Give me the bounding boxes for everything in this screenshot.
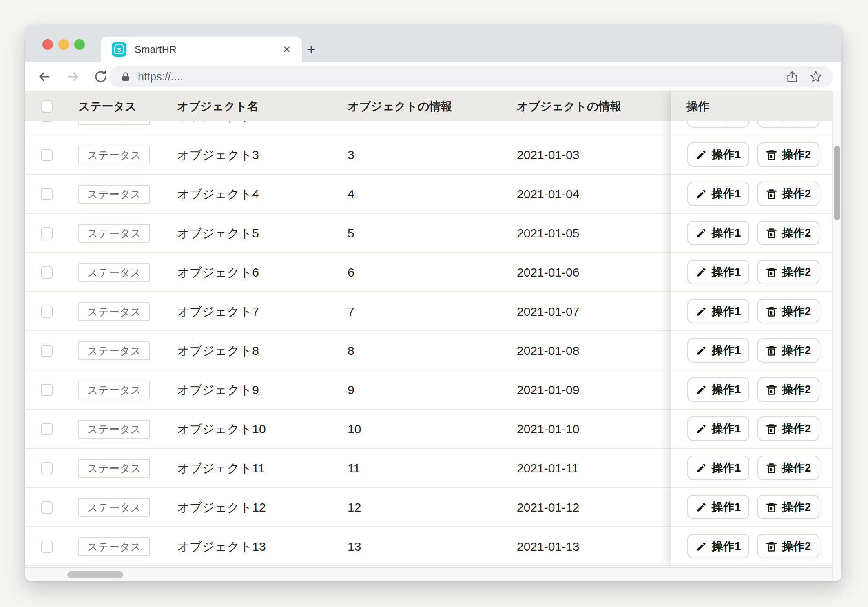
traffic-light-minimize-button[interactable] bbox=[58, 39, 69, 50]
tab-close-icon[interactable]: ✕ bbox=[282, 44, 291, 55]
pencil-icon bbox=[696, 423, 707, 434]
trash-icon bbox=[766, 541, 777, 552]
pencil-icon bbox=[696, 463, 707, 474]
operation-2-button[interactable]: 操作2 bbox=[757, 456, 819, 480]
operation-2-button[interactable]: 操作2 bbox=[757, 182, 819, 206]
cell-object-info-1: 6 bbox=[348, 253, 354, 292]
traffic-light-zoom-button[interactable] bbox=[74, 39, 85, 50]
operation-1-button[interactable]: 操作1 bbox=[687, 495, 749, 519]
new-tab-button[interactable]: + bbox=[307, 42, 316, 57]
operation-2-button[interactable]: 操作2 bbox=[757, 377, 819, 402]
status-chip: ステータス bbox=[78, 121, 150, 125]
row-checkbox[interactable] bbox=[41, 345, 53, 357]
status-chip: ステータス bbox=[78, 381, 150, 399]
cell-object-name: オブジェクト3 bbox=[177, 135, 259, 175]
row-checkbox[interactable] bbox=[41, 149, 53, 161]
trash-icon bbox=[766, 228, 777, 239]
operation-1-button[interactable]: 操作1 bbox=[687, 416, 749, 441]
operation-2-button[interactable]: 操作2 bbox=[757, 416, 819, 441]
pencil-icon bbox=[696, 267, 707, 278]
operation-1-button[interactable]: 操作1 bbox=[687, 377, 749, 402]
horizontal-scrollbar-thumb[interactable] bbox=[67, 571, 123, 578]
cell-object-name: オブジェクト6 bbox=[177, 253, 259, 292]
operation-2-button[interactable]: 操作2 bbox=[757, 495, 819, 519]
vertical-scrollbar-thumb[interactable] bbox=[834, 146, 840, 220]
operation-2-button[interactable]: 操作2 bbox=[757, 260, 819, 284]
operations-row: 操作1 操作2 bbox=[671, 253, 832, 292]
pencil-icon bbox=[696, 345, 707, 356]
cell-object-info-1: 2 bbox=[348, 121, 354, 135]
pencil-icon bbox=[696, 121, 707, 121]
column-header-object-name: オブジェクト名 bbox=[177, 92, 259, 121]
operation-1-button[interactable]: 操作1 bbox=[687, 221, 749, 245]
back-button-icon[interactable] bbox=[37, 69, 52, 84]
operations-header-cell: 操作 bbox=[671, 91, 832, 121]
cell-object-info-2: 2021-01-04 bbox=[517, 175, 579, 214]
browser-tab[interactable]: S SmartHR ✕ bbox=[101, 37, 302, 62]
horizontal-scrollbar-track[interactable] bbox=[25, 567, 832, 581]
operation-2-button[interactable]: 操作2 bbox=[757, 142, 819, 167]
row-checkbox[interactable] bbox=[41, 384, 53, 396]
lock-icon bbox=[120, 71, 131, 82]
pencil-icon bbox=[696, 384, 707, 395]
status-chip: ステータス bbox=[78, 263, 150, 282]
status-chip: ステータス bbox=[78, 146, 150, 164]
operation-1-button[interactable]: 操作1 bbox=[687, 456, 749, 480]
row-checkbox[interactable] bbox=[41, 266, 53, 279]
cell-object-info-1: 3 bbox=[348, 135, 354, 175]
operations-row: 操作1 操作2 bbox=[671, 214, 832, 253]
trash-icon bbox=[766, 463, 777, 474]
cell-object-info-1: 4 bbox=[348, 175, 354, 214]
operation-1-button[interactable]: 操作1 bbox=[687, 142, 749, 167]
row-checkbox[interactable] bbox=[41, 227, 53, 239]
row-checkbox[interactable] bbox=[41, 188, 53, 200]
operation-2-button[interactable]: 操作2 bbox=[757, 221, 819, 245]
row-checkbox[interactable] bbox=[41, 501, 53, 514]
row-checkbox[interactable] bbox=[41, 121, 53, 122]
vertical-scrollbar-track[interactable] bbox=[832, 91, 841, 581]
cell-object-info-1: 12 bbox=[348, 488, 361, 527]
operation-2-button[interactable]: 操作2 bbox=[757, 338, 819, 363]
row-checkbox[interactable] bbox=[41, 306, 53, 318]
trash-icon bbox=[766, 188, 777, 199]
operations-row: 操作1 操作2 bbox=[671, 449, 832, 488]
cell-object-info-1: 8 bbox=[348, 331, 354, 370]
row-checkbox[interactable] bbox=[41, 462, 53, 474]
cell-object-info-1: 9 bbox=[348, 370, 354, 410]
operations-row: 操作1 操作2 bbox=[671, 370, 832, 410]
forward-button-icon[interactable] bbox=[65, 69, 81, 84]
column-header-object-info-1: オブジェクトの情報 bbox=[348, 92, 452, 121]
row-checkbox[interactable] bbox=[41, 541, 53, 553]
reload-button-icon[interactable] bbox=[93, 69, 108, 84]
operations-row: 操作1 操作2 bbox=[671, 410, 832, 449]
operation-1-button[interactable]: 操作1 bbox=[687, 121, 749, 128]
status-chip: ステータス bbox=[78, 537, 150, 556]
operations-row: 操作1 操作2 bbox=[671, 121, 832, 135]
cell-object-name: オブジェクト9 bbox=[177, 370, 259, 410]
operations-row: 操作1 操作2 bbox=[671, 488, 832, 527]
url-bar[interactable]: https://.... bbox=[109, 66, 833, 87]
traffic-light-close-button[interactable] bbox=[42, 39, 53, 50]
operation-1-button[interactable]: 操作1 bbox=[687, 338, 749, 363]
operation-1-button[interactable]: 操作1 bbox=[687, 182, 749, 206]
tab-title: SmartHR bbox=[135, 44, 282, 55]
operation-2-button[interactable]: 操作2 bbox=[757, 121, 819, 128]
operation-2-button[interactable]: 操作2 bbox=[757, 299, 819, 323]
cell-object-name: オブジェクト4 bbox=[177, 175, 259, 214]
share-icon[interactable] bbox=[786, 70, 799, 83]
bookmark-star-icon[interactable] bbox=[809, 70, 822, 83]
operation-1-button[interactable]: 操作1 bbox=[687, 299, 749, 323]
column-header-operations: 操作 bbox=[686, 92, 709, 121]
row-checkbox[interactable] bbox=[41, 423, 53, 435]
column-header-object-info-2: オブジェクトの情報 bbox=[517, 92, 622, 121]
operation-1-button[interactable]: 操作1 bbox=[687, 534, 749, 558]
cell-object-info-2: 2021-01-02 bbox=[517, 121, 579, 135]
operation-2-button[interactable]: 操作2 bbox=[757, 534, 819, 558]
table-viewport: ステータス オブジェクト名 オブジェクトの情報 オブジェクトの情報 ステータス … bbox=[25, 91, 841, 581]
ops-body: 操作1 操作2 操作1 bbox=[671, 121, 832, 566]
cell-object-info-2: 2021-01-03 bbox=[517, 135, 579, 175]
operations-sticky-column: 操作 操作1 操作2 bbox=[671, 91, 832, 567]
status-chip: ステータス bbox=[78, 498, 150, 517]
operation-1-button[interactable]: 操作1 bbox=[687, 260, 749, 284]
select-all-checkbox[interactable] bbox=[41, 100, 53, 113]
